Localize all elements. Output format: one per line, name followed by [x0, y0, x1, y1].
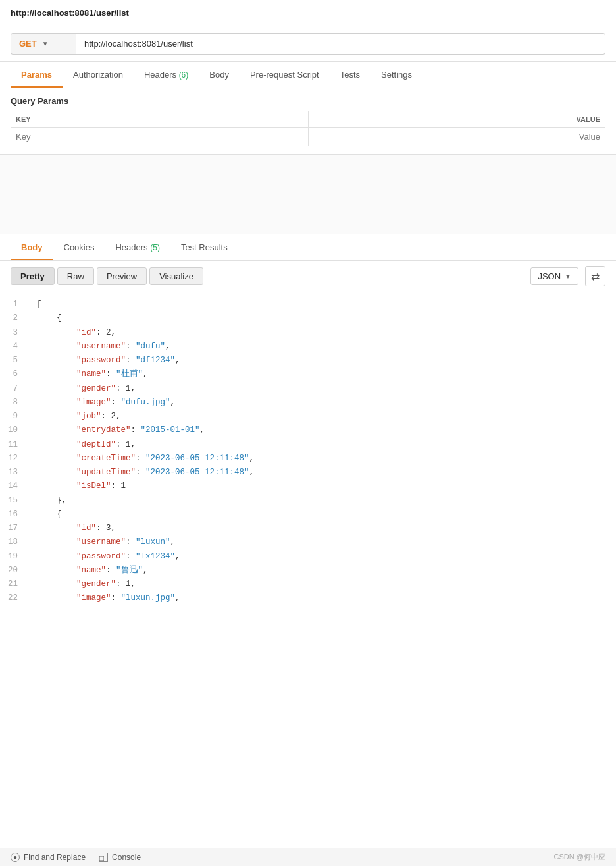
code-line-11: "deptId": 1,: [37, 438, 605, 452]
line-num: 8: [5, 396, 18, 410]
response-tabs-list: Body Cookies Headers (5) Test Results: [11, 234, 605, 260]
line-num: 11: [5, 438, 18, 452]
code-line-17: "id": 3,: [37, 522, 605, 535]
code-line-13: "updateTime": "2023-06-05 12:11:48",: [37, 466, 605, 479]
response-tab-test-results[interactable]: Test Results: [170, 234, 238, 260]
line-num: 15: [5, 494, 18, 508]
tab-tests[interactable]: Tests: [330, 62, 371, 88]
code-line-15: },: [37, 494, 605, 508]
tab-params[interactable]: Params: [11, 62, 63, 88]
url-bar-section: http://localhost:8081/user/list: [0, 0, 616, 26]
line-num: 10: [5, 423, 18, 437]
code-line-9: "job": 2,: [37, 410, 605, 423]
format-bar: Pretty Raw Preview Visualize JSON ▼ ⇄: [0, 261, 616, 292]
query-params-section: Query Params KEY VALUE: [0, 88, 616, 155]
response-tab-body[interactable]: Body: [11, 234, 53, 260]
response-headers-badge: (5): [150, 243, 160, 252]
tab-headers[interactable]: Headers (6): [134, 62, 199, 88]
code-line-6: "name": "杜甫",: [37, 367, 605, 381]
response-section: Body Cookies Headers (5) Test Results Pr…: [0, 234, 616, 611]
request-tabs-list: Params Authorization Headers (6) Body Pr…: [11, 62, 605, 88]
format-visualize-btn[interactable]: Visualize: [149, 267, 203, 285]
format-select-chevron-icon: ▼: [565, 273, 571, 280]
method-label: GET: [19, 39, 37, 49]
wrap-btn[interactable]: ⇄: [585, 266, 605, 286]
headers-badge: (6): [179, 70, 189, 80]
request-line: GET ▼: [0, 26, 616, 62]
line-num: 3: [5, 326, 18, 340]
line-num: 17: [5, 522, 18, 535]
code-line-1: [: [37, 298, 605, 311]
line-num: 12: [5, 452, 18, 466]
line-num: 6: [5, 367, 18, 381]
console-icon: □: [99, 853, 108, 862]
find-replace-icon: ●: [11, 853, 20, 862]
line-num: 20: [5, 564, 18, 578]
code-line-16: {: [37, 508, 605, 522]
code-line-10: "entrydate": "2015-01-01",: [37, 423, 605, 437]
chevron-down-icon: ▼: [42, 40, 49, 47]
code-line-19: "password": "lx1234",: [37, 550, 605, 564]
response-tabs-section: Body Cookies Headers (5) Test Results: [0, 234, 616, 261]
method-select[interactable]: GET ▼: [11, 33, 76, 55]
request-tabs-section: Params Authorization Headers (6) Body Pr…: [0, 62, 616, 88]
value-column-header: VALUE: [308, 111, 605, 128]
line-num: 19: [5, 550, 18, 564]
code-line-3: "id": 2,: [37, 326, 605, 340]
tab-settings[interactable]: Settings: [371, 62, 423, 88]
line-num: 13: [5, 466, 18, 479]
tab-authorization[interactable]: Authorization: [63, 62, 134, 88]
format-type-select[interactable]: JSON ▼: [530, 267, 578, 285]
code-line-21: "gender": 1,: [37, 578, 605, 591]
line-num: 9: [5, 410, 18, 423]
code-content: [ { "id": 2, "username": "dufu", "passwo…: [26, 298, 616, 606]
line-num: 14: [5, 479, 18, 493]
key-column-header: KEY: [11, 111, 308, 128]
line-num: 18: [5, 535, 18, 549]
format-pretty-btn[interactable]: Pretty: [11, 267, 55, 285]
code-line-7: "gender": 1,: [37, 382, 605, 396]
code-line-4: "username": "dufu",: [37, 340, 605, 354]
line-num: 2: [5, 311, 18, 325]
url-title: http://localhost:8081/user/list: [11, 8, 129, 18]
console-btn[interactable]: □ Console: [99, 853, 141, 862]
format-type-label: JSON: [538, 271, 561, 281]
line-num: 5: [5, 354, 18, 367]
code-line-20: "name": "鲁迅",: [37, 564, 605, 578]
line-num: 7: [5, 382, 18, 396]
footer-bar: ● Find and Replace □ Console CSDN @何中应: [0, 848, 616, 866]
tab-body[interactable]: Body: [199, 62, 240, 88]
line-num: 21: [5, 578, 18, 591]
code-line-22: "image": "luxun.jpg",: [37, 591, 605, 605]
response-tab-cookies[interactable]: Cookies: [53, 234, 105, 260]
code-line-12: "createTime": "2023-06-05 12:11:48",: [37, 452, 605, 466]
code-line-14: "isDel": 1: [37, 479, 605, 493]
key-input[interactable]: [16, 132, 303, 142]
line-num: 16: [5, 508, 18, 522]
code-viewer: 1 2 3 4 5 6 7 8 9 10 11 12 13 14 15 16 1…: [0, 292, 616, 611]
value-input[interactable]: [314, 132, 601, 142]
console-label: Console: [112, 853, 141, 862]
params-table: KEY VALUE: [11, 111, 605, 146]
line-num: 4: [5, 340, 18, 354]
line-num: 1: [5, 298, 18, 311]
code-line-18: "username": "luxun",: [37, 535, 605, 549]
url-input[interactable]: [76, 33, 605, 55]
find-replace-label: Find and Replace: [24, 853, 86, 862]
table-row: [11, 128, 605, 146]
line-num: 22: [5, 591, 18, 605]
format-preview-btn[interactable]: Preview: [97, 267, 147, 285]
line-numbers: 1 2 3 4 5 6 7 8 9 10 11 12 13 14 15 16 1…: [0, 298, 26, 606]
format-raw-btn[interactable]: Raw: [57, 267, 94, 285]
query-params-title: Query Params: [11, 96, 605, 106]
code-line-5: "password": "df1234",: [37, 354, 605, 367]
spacer: [0, 155, 616, 234]
find-replace-btn[interactable]: ● Find and Replace: [11, 853, 86, 862]
code-line-2: {: [37, 311, 605, 325]
code-line-8: "image": "dufu.jpg",: [37, 396, 605, 410]
tab-prerequest[interactable]: Pre-request Script: [240, 62, 330, 88]
footer-watermark: CSDN @何中应: [554, 852, 605, 862]
response-tab-headers[interactable]: Headers (5): [105, 234, 170, 260]
